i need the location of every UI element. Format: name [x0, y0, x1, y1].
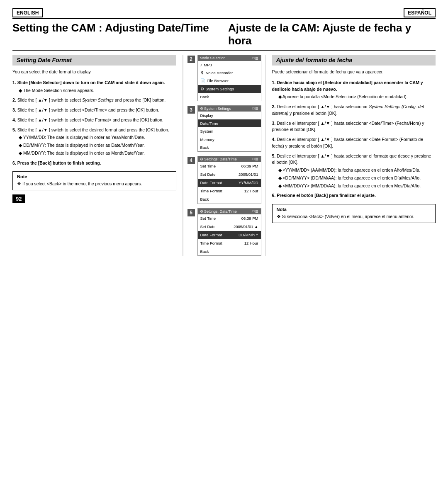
left-step-1: 1. Slide [Mode Selector] down to turn on…: [12, 80, 176, 94]
step6-num: 6. Press the [Back] button to finish set…: [12, 160, 101, 165]
screen-4-setdate-label: Set Date: [200, 171, 216, 178]
step1-num: 1. Slide [Mode Selector] down to turn on…: [12, 80, 165, 85]
left-step-5: 5. Slide the [ ▲/▼ ] switch to select th…: [12, 127, 176, 157]
right-note-title: Nota: [277, 207, 431, 212]
page-number: 92: [12, 194, 25, 203]
screen-3-block: 3 ⚙ System Settings □ ▥ Display Date/Tim…: [187, 105, 261, 152]
left-note-title: Note: [17, 174, 172, 179]
rstep4-num: 4.: [272, 137, 276, 142]
right-step-4: 4. Deslice el interruptor [ ▲/▼ ] hasta …: [272, 136, 436, 150]
step5-bullet3: MM/DD/YY: The date is displayed in order…: [19, 150, 176, 157]
screen-4-row-settime: Set Time 06:39 PM: [198, 162, 261, 170]
step3-num: 3.: [12, 107, 16, 112]
rstep5-bullet1: <YY/MM/DD> (AA/MM/DD): la fecha aparece …: [278, 167, 436, 174]
screen-5-icons: □ ▥: [252, 209, 258, 213]
screen-5-number: 5: [187, 209, 195, 216]
screen-4-setdate-value: 2005/01/01: [239, 171, 258, 178]
right-steps: 1. Deslice hacia abajo el [Selector de m…: [272, 80, 436, 199]
step2-italic: System Settings: [82, 97, 114, 102]
rstep2-num: 2.: [272, 104, 276, 109]
screen-5-timefmt-value: 12 Hour: [244, 240, 258, 247]
step5-num: 5.: [12, 127, 16, 132]
screen-4-block: 4 ⚙ Settings: Date/Time □ ▥ Set Time 06:…: [187, 156, 261, 204]
rstep1-num: 1.: [272, 80, 276, 85]
screen-2-title: Mode Selection: [200, 56, 226, 60]
step5-bullet1: YY/MM/DD: The date is displayed in order…: [19, 134, 176, 141]
screen-2-block: 2 Mode Selection □ ▥ MP3 🎙 Voice Recorde…: [187, 55, 261, 101]
right-step-5: 5. Deslice el interruptor [ ▲/▼ ] hasta …: [272, 153, 436, 189]
screen-2-row-file: 📄 File Browser: [198, 77, 261, 85]
screen-5-titlebar: ⚙ Settings: Date/Time □ ▥: [198, 209, 261, 214]
screen-4-row-setdate: Set Date 2005/01/01: [198, 170, 261, 179]
left-step-4: 4. Slide the [ ▲/▼ ] switch to select <D…: [12, 117, 176, 124]
header-row: ENGLISH ESPAÑOL: [12, 8, 436, 17]
rstep5-num: 5.: [272, 153, 276, 158]
step4-num: 4.: [12, 117, 16, 122]
lang-badge-espanol: ESPAÑOL: [404, 8, 436, 17]
right-step-6: 6. Presione el botón [Back] para finaliz…: [272, 192, 436, 199]
rstep2-italic: System Settings (Config. del sistema): [272, 104, 424, 116]
screen-5-row-datefmt: Date Format DD/MM/YY: [198, 231, 261, 239]
rstep5-bullet2: <DD/MM/YY> (DD/MM/AA): la fecha aparece …: [278, 175, 436, 182]
screen-5-block: 5 ⚙ Settings: Date/Time □ ▥ Set Time 06:…: [187, 208, 261, 256]
screen-5-title: ⚙ Settings: Date/Time: [200, 209, 237, 214]
screen-2-row-voice: 🎙 Voice Recorder: [198, 69, 261, 77]
screen-4-number: 4: [187, 157, 195, 164]
screen-2-titlebar: Mode Selection □ ▥: [198, 55, 261, 61]
screen-3-number: 3: [187, 106, 195, 114]
step2-num: 2.: [12, 97, 16, 102]
screen-5-row-back: Back: [198, 248, 261, 255]
right-note-box: Nota Si selecciona <Back> (Volver) en el…: [272, 204, 436, 223]
file-icon: 📄: [200, 78, 205, 84]
rstep6-num: 6. Presione el botón [Back] para finaliz…: [272, 193, 376, 198]
screen-5-row-timefmt: Time Format 12 Hour: [198, 239, 261, 248]
screen-4-row-timefmt: Time Format 12 Hour: [198, 187, 261, 195]
voice-icon: 🎙: [200, 70, 205, 76]
screen-4-title: ⚙ Settings: Date/Time: [200, 157, 237, 161]
screen-3-row-system: System: [198, 127, 261, 135]
left-note-box: Note If you select <Back> in the menu, t…: [12, 171, 176, 190]
screen-4-settime-value: 06:39 PM: [241, 163, 258, 170]
screen-3-row-memory: Memory: [198, 136, 261, 143]
right-column: Ajuste del formato de fecha Puede selecc…: [266, 55, 436, 256]
screen-4-settime-label: Set Time: [200, 163, 216, 170]
screen-4-frame: ⚙ Settings: Date/Time □ ▥ Set Time 06:39…: [197, 156, 261, 204]
right-note-text: Si selecciona <Back> (Volver) en el menú…: [277, 214, 431, 220]
left-step-6: 6. Press the [Back] button to finish set…: [12, 160, 176, 167]
screens-column: 2 Mode Selection □ ▥ MP3 🎙 Voice Recorde…: [183, 55, 266, 256]
screen-5-row-settime: Set Time 06:39 PM: [198, 214, 261, 223]
right-step-3: 3. Deslice el interruptor [ ▲/▼ ] hasta …: [272, 120, 436, 134]
left-note-text: If you select <Back> in the menu, the pr…: [17, 181, 172, 187]
screen-4-datefmt-label: Date Format: [200, 180, 222, 186]
title-left: Setting the CAM : Adjusting Date/Time: [12, 22, 220, 47]
screen-2-frame: Mode Selection □ ▥ MP3 🎙 Voice Recorder …: [197, 55, 261, 101]
screen-4-timefmt-value: 12 Hour: [244, 188, 258, 194]
left-column: Setting Date Format You can select the d…: [12, 55, 183, 256]
screen-3-row-display: Display: [198, 112, 261, 119]
screen-3-title: ⚙ System Settings: [200, 107, 231, 111]
screen-5-timefmt-label: Time Format: [200, 240, 222, 247]
screen-5-setdate-value: 2005/01/01 ▲: [234, 223, 258, 230]
left-step-2: 2. Slide the [ ▲/▼ ] switch to select Sy…: [12, 97, 176, 104]
screen-5-frame: ⚙ Settings: Date/Time □ ▥ Set Time 06:39…: [197, 208, 261, 256]
screen-2-row-back: Back: [198, 93, 261, 101]
screen-3-row-back: Back: [198, 143, 261, 151]
screen-5-settime-label: Set Time: [200, 215, 216, 222]
right-section-header: Ajuste del formato de fecha: [272, 55, 436, 66]
screen-3-icons: □ ▥: [252, 107, 258, 110]
screen-3-frame: ⚙ System Settings □ ▥ Display Date/Time …: [197, 105, 261, 152]
step5-bullet2: DD/MM/YY: The date is displayed in order…: [19, 142, 176, 149]
screen-2-icons: □ ▥: [252, 56, 258, 60]
rstep3-num: 3.: [272, 121, 276, 126]
left-step-3: 3. Slide the [ ▲/▼ ] switch to select <D…: [12, 107, 176, 114]
screen-4-icons: □ ▥: [252, 157, 258, 161]
screen-4-datefmt-value: YY/MM/DD: [239, 180, 258, 186]
rstep5-bullet3: <MM/DD/YY> (MM/DD/AA): la fecha aparece …: [278, 183, 436, 189]
rstep1-text: Deslice hacia abajo el [Selector de moda…: [272, 80, 423, 92]
rstep1-bullet1: Aparece la pantalla <Mode Selection> (Se…: [278, 94, 436, 100]
screen-2-row-system: ⚙ System Settings: [198, 85, 261, 93]
left-section-header: Setting Date Format: [12, 55, 176, 66]
screen-4-row-datefmt: Date Format YY/MM/DD: [198, 179, 261, 187]
screen-5-setdate-label: Set Date: [200, 223, 216, 230]
screen-4-titlebar: ⚙ Settings: Date/Time □ ▥: [198, 156, 261, 162]
